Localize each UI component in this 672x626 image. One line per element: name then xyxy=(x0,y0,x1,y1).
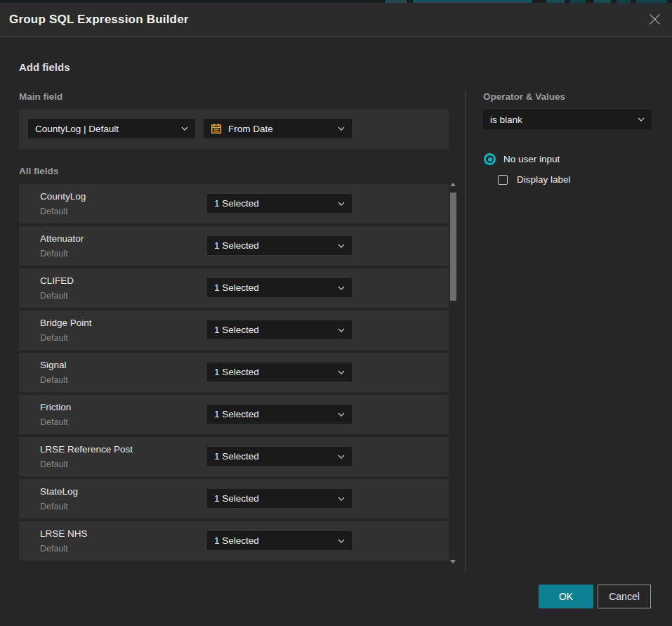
layer-dropdown[interactable]: CountyLog | Default xyxy=(28,119,195,138)
field-row: CountyLog Default 1 Selected xyxy=(19,184,449,223)
main-field-dropdown-value: From Date xyxy=(228,124,334,134)
chevron-down-icon xyxy=(338,370,345,374)
chevron-down-icon xyxy=(338,455,345,459)
field-sublabel: Default xyxy=(40,207,68,216)
field-selected-value: 1 Selected xyxy=(214,451,334,462)
field-sublabel: Default xyxy=(40,502,68,511)
all-fields-label: All fields xyxy=(19,166,58,176)
field-sublabel: Default xyxy=(40,375,68,385)
field-name: LRSE NHS xyxy=(40,528,88,539)
field-selected-value: 1 Selected xyxy=(214,240,334,251)
layer-dropdown-value: CountyLog | Default xyxy=(35,124,177,134)
close-icon xyxy=(649,13,661,27)
all-fields-list: CountyLog Default 1 Selected Attenuator … xyxy=(19,184,449,563)
scrollbar-thumb[interactable] xyxy=(450,193,456,301)
field-selected-dropdown[interactable]: 1 Selected xyxy=(207,320,352,339)
field-row: Attenuator Default 1 Selected xyxy=(19,226,449,266)
field-selected-value: 1 Selected xyxy=(214,493,334,504)
no-user-input-radio[interactable]: No user input xyxy=(484,153,560,165)
display-label-checkbox[interactable]: Display label xyxy=(498,174,571,185)
radio-label: No user input xyxy=(503,154,560,164)
calendar-icon xyxy=(211,123,222,134)
field-name: CountyLog xyxy=(40,191,86,202)
field-row: Friction Default 1 Selected xyxy=(19,395,449,434)
chevron-down-icon xyxy=(338,126,345,131)
dialog-title: Group SQL Expression Builder xyxy=(0,13,189,27)
radio-selected-icon xyxy=(484,153,496,165)
field-name: CLIFED xyxy=(40,275,74,286)
chevron-down-icon xyxy=(638,117,645,122)
field-selected-value: 1 Selected xyxy=(214,367,334,377)
chevron-down-icon xyxy=(338,202,345,206)
main-field-label: Main field xyxy=(19,91,62,102)
operator-values-label: Operator & Values xyxy=(483,91,565,102)
scroll-up-arrow-icon[interactable] xyxy=(450,183,456,186)
field-sublabel: Default xyxy=(40,417,68,427)
panel-divider xyxy=(465,90,466,573)
main-field-dropdown[interactable]: From Date xyxy=(204,119,352,138)
field-name: Bridge Point xyxy=(40,318,92,328)
section-title-add-fields: Add fields xyxy=(19,61,70,73)
field-sublabel: Default xyxy=(40,249,68,259)
field-sublabel: Default xyxy=(40,291,68,301)
operator-dropdown[interactable]: is blank xyxy=(483,110,652,129)
cancel-button[interactable]: Cancel xyxy=(598,585,651,608)
checkbox-label: Display label xyxy=(517,174,571,185)
field-row: LRSE NHS Default 1 Selected xyxy=(19,521,449,561)
field-row: LRSE Reference Post Default 1 Selected xyxy=(19,437,449,476)
field-selected-dropdown[interactable]: 1 Selected xyxy=(207,194,352,213)
chevron-down-icon xyxy=(338,244,345,248)
operator-dropdown-value: is blank xyxy=(490,115,633,125)
field-sublabel: Default xyxy=(40,333,68,343)
chevron-down-icon xyxy=(338,497,345,501)
field-selected-dropdown[interactable]: 1 Selected xyxy=(207,405,352,424)
field-name: LRSE Reference Post xyxy=(40,444,133,455)
chevron-down-icon xyxy=(338,328,345,332)
checkbox-unchecked-icon xyxy=(498,175,508,185)
field-name: StateLog xyxy=(40,486,78,497)
field-row: Bridge Point Default 1 Selected xyxy=(19,311,449,350)
field-selected-dropdown[interactable]: 1 Selected xyxy=(207,489,352,508)
field-sublabel: Default xyxy=(40,459,68,469)
close-button[interactable] xyxy=(645,11,664,30)
field-selected-dropdown[interactable]: 1 Selected xyxy=(207,531,352,550)
field-row: Signal Default 1 Selected xyxy=(19,353,449,392)
dialog-titlebar: Group SQL Expression Builder xyxy=(0,3,672,37)
field-name: Signal xyxy=(40,360,67,370)
field-selected-value: 1 Selected xyxy=(214,535,334,546)
field-selected-value: 1 Selected xyxy=(214,282,334,293)
field-selected-dropdown[interactable]: 1 Selected xyxy=(207,447,352,466)
field-selected-dropdown[interactable]: 1 Selected xyxy=(207,236,352,255)
field-name: Attenuator xyxy=(40,233,84,244)
field-selected-value: 1 Selected xyxy=(214,409,334,419)
chevron-down-icon xyxy=(338,412,345,417)
field-selected-dropdown[interactable]: 1 Selected xyxy=(207,278,352,297)
field-name: Friction xyxy=(40,402,71,412)
list-scrollbar[interactable] xyxy=(449,180,457,566)
field-selected-dropdown[interactable]: 1 Selected xyxy=(207,363,352,382)
field-row: StateLog Default 1 Selected xyxy=(19,479,449,519)
main-field-panel: CountyLog | Default From Date xyxy=(19,109,449,149)
field-sublabel: Default xyxy=(40,544,68,554)
chevron-down-icon xyxy=(338,286,345,290)
ok-button[interactable]: OK xyxy=(539,585,593,608)
field-row: CLIFED Default 1 Selected xyxy=(19,268,449,308)
chevron-down-icon xyxy=(338,539,345,543)
field-selected-value: 1 Selected xyxy=(214,198,334,209)
chevron-down-icon xyxy=(181,126,188,131)
field-selected-value: 1 Selected xyxy=(214,325,334,335)
scroll-down-arrow-icon[interactable] xyxy=(450,560,456,563)
